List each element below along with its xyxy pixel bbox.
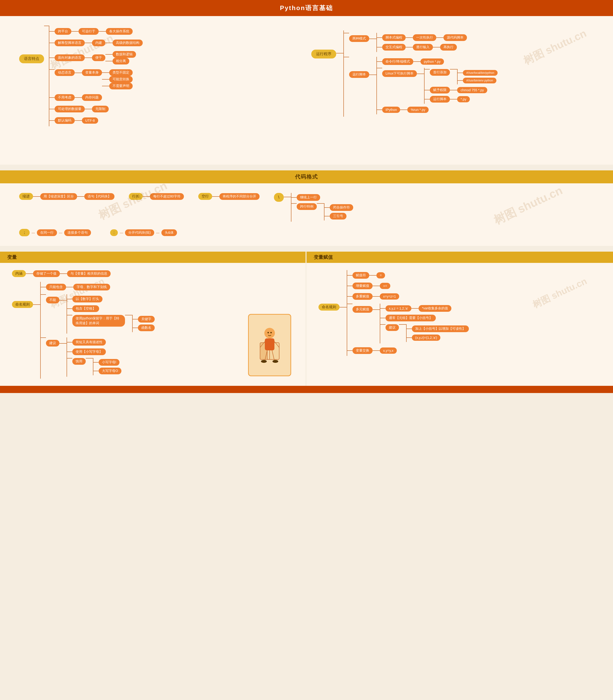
- code-format-header: 代码格式: [0, 170, 613, 183]
- jianyi2-children: 加上【小括号】以增加【可读性】 (x,y,z)=(1,2,'a'): [406, 324, 469, 342]
- gesystem-node: 各大操作系统: [106, 28, 133, 35]
- usrbin-row: #!/usr/bin/env python: [457, 78, 498, 84]
- buyong-row: 不用考虑 内存问题: [49, 94, 143, 101]
- illustration: [248, 314, 291, 376]
- zengliangfuzhi-node: 增量赋值: [352, 282, 373, 289]
- section-code-format: 代码格式 树图 shutu.cn 树图 shutu.cn 缩进 用【缩进深度】区…: [0, 170, 613, 246]
- shouhang-children: #!/usr/local/bin/python #!/usr/bin/env p…: [457, 69, 498, 84]
- buneng-row: 不能 以【数字】打头 包含【空格】 使用python保留字：用: [40, 294, 155, 334]
- kuahang-row: 跨行特例 闭合操作符 三引号: [291, 203, 353, 220]
- kongxing-node: 空行: [198, 193, 212, 200]
- yicixing-node: 一次性执行: [413, 34, 436, 41]
- code-format-row2: ； — 在同一行 — 连接多个语句 : — 分开代码块(组) — 头&体: [19, 229, 594, 236]
- kechuli-row: 可处理的数据量 无限制: [49, 106, 143, 112]
- code-format-body: 树图 shutu.cn 树图 shutu.cn 缩进 用【缩进深度】区分 语句【…: [0, 183, 613, 246]
- jd-row: 简短又具有描述性: [67, 339, 121, 346]
- jiaoben-row: 脚本式编程 一次性执行 源代码脚本: [376, 34, 467, 41]
- jixu-row: 继续上一行: [291, 194, 353, 201]
- yunxingchengxu-node: 运行程序: [311, 50, 336, 59]
- variables-body: 树图 shutu.cn 内涵 存储了一个值 与【变量】相关联的信息 命名规则: [0, 263, 305, 386]
- svg-point-5: [270, 332, 272, 333]
- svg-rect-6: [265, 339, 274, 351]
- code-format-row1: 缩进 用【缩进深度】区分 语句【代码块】 行长 每行不超过80字符 空行 将程序: [19, 193, 594, 222]
- kuahang-children: 闭合操作符 三引号: [324, 203, 353, 220]
- jiaohushi-node: 交互式编程: [382, 44, 406, 51]
- neihan-node: 内涵: [12, 270, 26, 277]
- python-basics-body: 树图 shutu.cn 树图 shutu.cn 语言特点: [0, 16, 613, 165]
- kuapingtai-node: 跨平台: [55, 28, 71, 35]
- ipython-row: IPython %run *.py: [376, 107, 498, 113]
- variables-header: 变量: [0, 252, 305, 263]
- yuyan-tedian-node-wrapper: 语言特点: [19, 54, 44, 63]
- duoyuan-children: x,y,z = 1,2,'a' *var收集多余的值 通常【元组】需要【小括号】…: [380, 304, 469, 343]
- kuapingtai-row: 跨平台 可远行于 各大操作系统: [49, 28, 143, 35]
- pluseq-node: +=: [380, 283, 390, 289]
- fuyu-row: 赋予权限 chmod 755 *.py: [424, 87, 498, 93]
- liangzhongmoshi-node: 两种模式: [349, 35, 369, 42]
- var-sections-grid: 变量 树图 shutu.cn 内涵 存储了一个值 与【变量】相关联的信息 命名规…: [0, 252, 613, 386]
- bianliangjiahuan-node: 变量交换: [352, 347, 373, 354]
- xianglian-node: 与【变量】相关联的信息: [67, 270, 110, 277]
- hanshuma-row: 函数名: [132, 324, 155, 331]
- xiaoxml-node: 小写字母l: [99, 359, 119, 366]
- bianliangjiahuan-row: 变量交换 x,y=y,x: [347, 347, 469, 354]
- backslash-group: \ 继续上一行 跨行特例 闭合操作符: [274, 193, 353, 222]
- kongjian-row: 包含【空格】: [67, 305, 155, 312]
- dash1: —: [31, 231, 35, 234]
- tongyuan-row: 通常【元组】需要【小括号】: [380, 315, 469, 321]
- buneng-children: 以【数字】打头 包含【空格】 使用python保留字：用于【特殊用途】的单词: [67, 294, 155, 334]
- fenhao-desc2: 连接多个语句: [64, 229, 91, 236]
- hanshuma-node: 函数名: [138, 324, 155, 331]
- kongxing-desc: 将程序的不同部分分开: [219, 193, 260, 200]
- hangchang-node: 行长: [129, 193, 143, 200]
- jieshixing-row: 解释型脚本语言 内建 高级的数据结构: [49, 40, 143, 46]
- zhinengbaohaan-node: 只能包含: [46, 284, 66, 291]
- liangzhong-children: 脚本式编程 一次性执行 源代码脚本 交互式编程: [376, 33, 467, 52]
- xiaoxie-row: 使用【小写字母】: [67, 348, 121, 355]
- s1-grid: 语言特点 跨平台 可远行于: [19, 26, 594, 126]
- bihe-row: 闭合操作符: [324, 204, 353, 211]
- neihan-row: 内涵 存储了一个值 与【变量】相关联的信息: [12, 270, 294, 277]
- dongtai-row: 动态语言 变量本身 类型不固定: [49, 69, 143, 89]
- jianyi-node: 建议: [46, 340, 60, 346]
- chmod-node: chmod 755 *.py: [457, 87, 487, 93]
- dawenO-row: 大写字母O: [93, 368, 121, 374]
- person-svg: [253, 319, 286, 371]
- jieshixing-node: 解释型脚本语言: [55, 40, 85, 46]
- ipython-node: IPython: [382, 107, 400, 113]
- book-illustration: [248, 314, 291, 376]
- kechuli-node: 可处理的数据量: [55, 106, 85, 112]
- zhineng-row: 只能包含 字母、数字和下划线: [40, 284, 155, 291]
- xyzvar-row: x,y,z = 1,2,'a' *var收集多余的值: [380, 305, 469, 312]
- yuandaimajiaoben-node: 源代码脚本: [443, 34, 467, 41]
- linuxjiaoben-node: Linux下可执行脚本: [382, 70, 417, 77]
- yunxingjiaoben2-node: 运行脚本: [430, 96, 450, 103]
- sanyinhao-row: 三引号: [324, 213, 353, 219]
- var-assign-header: 变量赋值: [306, 252, 613, 263]
- xyznode: x=y=z=1: [380, 293, 399, 300]
- shujuheluoji-node: 数据和逻辑: [113, 51, 136, 58]
- jianduanmiaoshu-node: 简短又具有描述性: [72, 339, 106, 346]
- pythonpy-node: python *.py: [420, 59, 444, 65]
- section-header-python: Python语言基础: [0, 0, 613, 16]
- jiaohu-row: 交互式编程 逐行输入 再执行: [376, 44, 467, 51]
- zaixingzhi-node: 再执行: [440, 44, 457, 51]
- backslash-node: \: [274, 193, 284, 202]
- mingming2-node: 命名规则: [318, 304, 340, 310]
- maohao-desc1: 分开代码块(组): [125, 229, 154, 236]
- bihecaozuofu-node: 闭合操作符: [330, 204, 353, 211]
- utf8-node: UTF-8: [82, 117, 98, 124]
- shixing-row: 首行添加 #!/usr/local/bin/python: [424, 69, 498, 84]
- shenyong-children: 小写字母l 大写字母O: [93, 358, 121, 375]
- linux-row: Linux下可执行脚本 首行添加: [376, 68, 498, 104]
- mingling-row: 命令行/终端模式 python *.py: [376, 58, 498, 65]
- fenhao-node: ；: [19, 229, 30, 236]
- dash2: —: [59, 231, 62, 234]
- yuanxingjiaoben-children: 命令行/终端模式 python *.py Linux下可执行脚本: [376, 57, 498, 114]
- gap-1: [0, 165, 613, 170]
- runpy-node: %run *.py: [407, 107, 429, 113]
- tongyuan-node: 通常【元组】需要【小括号】: [386, 315, 436, 321]
- assign-tree: 命名规则 赋值符 = 增量赋值 +=: [318, 270, 601, 356]
- buyao-row: 不需要声明: [102, 83, 133, 89]
- fenhao-desc1: 在同一行: [37, 229, 57, 236]
